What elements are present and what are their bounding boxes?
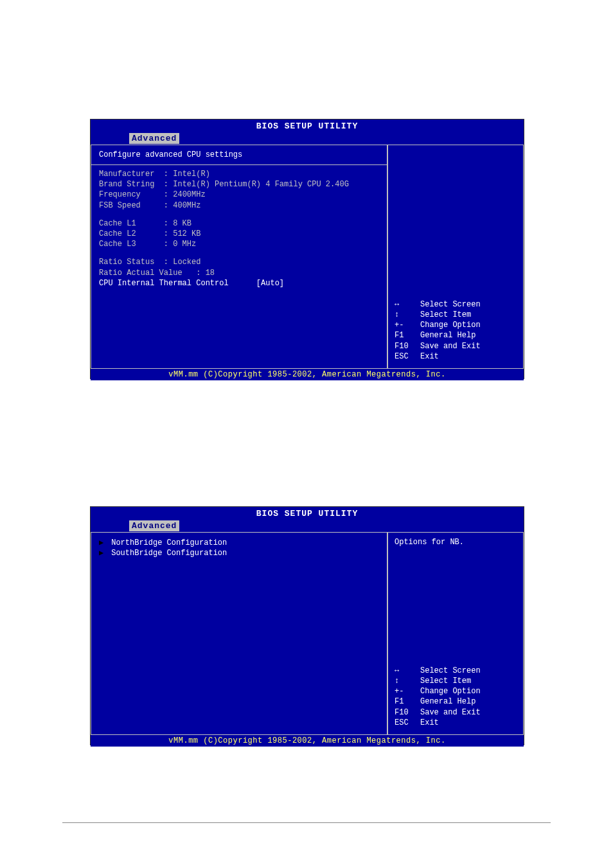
bios-window-2: BIOS SETUP UTILITY Advanced ▶ NorthBridg… bbox=[90, 506, 524, 745]
help-select-screen: ↔Select Screen bbox=[395, 299, 481, 310]
footer: vMM.mm (C)Copyright 1985-2002, American … bbox=[91, 735, 524, 747]
section-header: Configure advanced CPU settings bbox=[99, 150, 379, 159]
help-text: Select Screen bbox=[420, 300, 481, 309]
value: Locked bbox=[173, 258, 200, 267]
spacer bbox=[99, 249, 379, 257]
help-save-exit: F10Save and Exit bbox=[395, 341, 481, 351]
label: Brand String bbox=[99, 180, 154, 189]
divider bbox=[91, 164, 387, 165]
arrow-icon: ▶ bbox=[99, 538, 107, 548]
help-text: Save and Exit bbox=[420, 708, 481, 717]
help-select-item: ↕Select Item bbox=[395, 676, 481, 686]
key-icon: F10 bbox=[395, 707, 420, 718]
value: Intel(R) Pentium(R) 4 Family CPU 2.40G bbox=[173, 180, 349, 189]
key-icon: +- bbox=[395, 686, 420, 696]
help-text: General Help bbox=[420, 331, 475, 340]
row-ratio-actual: Ratio Actual Value : 18 bbox=[99, 268, 379, 278]
right-panel: Options for NB. ↔Select Screen ↕Select I… bbox=[387, 532, 524, 735]
value: 400MHz bbox=[173, 201, 200, 210]
key-icon: +- bbox=[395, 320, 420, 330]
key-icon: ↕ bbox=[395, 310, 420, 320]
title-bar: BIOS SETUP UTILITY bbox=[91, 507, 524, 520]
help-select-item: ↕Select Item bbox=[395, 310, 481, 320]
label: Cache L3 bbox=[99, 240, 136, 249]
help-text: Select Item bbox=[420, 677, 471, 686]
right-info-text: Options for NB. bbox=[395, 538, 517, 547]
label: Cache L2 bbox=[99, 229, 136, 238]
help-exit: ESCExit bbox=[395, 351, 481, 362]
help-text: Exit bbox=[420, 718, 439, 727]
key-icon: ↔ bbox=[395, 666, 420, 676]
key-icon: ↔ bbox=[395, 299, 420, 310]
left-panel: Configure advanced CPU settings Manufact… bbox=[91, 145, 387, 369]
label: Ratio Actual Value bbox=[99, 269, 182, 278]
submenu-label: SouthBridge Configuration bbox=[111, 549, 227, 558]
help-text: General Help bbox=[420, 697, 475, 706]
submenu-label: NorthBridge Configuration bbox=[111, 538, 227, 547]
label: Frequency bbox=[99, 190, 141, 199]
label: FSB Speed bbox=[99, 201, 141, 210]
value: Intel(R) bbox=[173, 170, 210, 179]
value: 18 bbox=[206, 269, 215, 278]
help-text: Change Option bbox=[420, 687, 481, 696]
label: CPU Internal Thermal Control bbox=[99, 279, 229, 288]
tab-advanced[interactable]: Advanced bbox=[129, 520, 179, 531]
value: 0 MHz bbox=[173, 240, 196, 249]
body-area: Configure advanced CPU settings Manufact… bbox=[91, 145, 524, 369]
help-exit: ESCExit bbox=[395, 718, 481, 728]
help-text: Select Screen bbox=[420, 666, 481, 675]
left-panel: ▶ NorthBridge Configuration ▶ SouthBridg… bbox=[91, 532, 387, 735]
help-list: ↔Select Screen ↕Select Item +-Change Opt… bbox=[395, 299, 481, 362]
row-brand: Brand String : Intel(R) Pentium(R) 4 Fam… bbox=[99, 179, 379, 190]
submenu-southbridge[interactable]: ▶ SouthBridge Configuration bbox=[99, 548, 379, 558]
row-thermal[interactable]: CPU Internal Thermal Control [Auto] bbox=[99, 278, 379, 288]
key-icon: F1 bbox=[395, 330, 420, 341]
row-frequency: Frequency : 2400MHz bbox=[99, 190, 379, 200]
page-divider bbox=[62, 822, 551, 823]
row-manufacturer: Manufacturer : Intel(R) bbox=[99, 169, 379, 179]
spacer bbox=[99, 211, 379, 218]
help-select-screen: ↔Select Screen bbox=[395, 666, 481, 676]
label: Cache L1 bbox=[99, 219, 136, 228]
title-bar: BIOS SETUP UTILITY bbox=[91, 120, 524, 133]
submenu-northbridge[interactable]: ▶ NorthBridge Configuration bbox=[99, 538, 379, 548]
help-list: ↔Select Screen ↕Select Item +-Change Opt… bbox=[395, 666, 481, 728]
key-icon: F1 bbox=[395, 696, 420, 707]
help-general-help: F1General Help bbox=[395, 696, 481, 707]
arrow-icon: ▶ bbox=[99, 548, 107, 558]
tab-advanced[interactable]: Advanced bbox=[129, 133, 179, 144]
value: 512 KB bbox=[173, 229, 200, 238]
help-change-option: +-Change Option bbox=[395, 686, 481, 696]
row-l3: Cache L3 : 0 MHz bbox=[99, 239, 379, 249]
right-panel: ↔Select Screen ↕Select Item +-Change Opt… bbox=[387, 145, 524, 369]
value: 2400MHz bbox=[173, 190, 205, 199]
tab-row: Advanced bbox=[91, 133, 524, 145]
help-text: Save and Exit bbox=[420, 342, 481, 351]
row-l2: Cache L2 : 512 KB bbox=[99, 229, 379, 239]
help-general-help: F1General Help bbox=[395, 330, 481, 341]
row-l1: Cache L1 : 8 KB bbox=[99, 218, 379, 229]
value: 8 KB bbox=[173, 219, 191, 228]
help-text: Exit bbox=[420, 352, 439, 361]
help-change-option: +-Change Option bbox=[395, 320, 481, 330]
help-text: Change Option bbox=[420, 321, 481, 330]
help-text: Select Item bbox=[420, 310, 471, 319]
footer: vMM.mm (C)Copyright 1985-2002, American … bbox=[91, 369, 524, 380]
label: Ratio Status bbox=[99, 258, 154, 267]
bios-window-1: BIOS SETUP UTILITY Advanced Configure ad… bbox=[90, 119, 524, 379]
label: Manufacturer bbox=[99, 170, 154, 179]
tab-row: Advanced bbox=[91, 520, 524, 532]
key-icon: ESC bbox=[395, 351, 420, 362]
value: [Auto] bbox=[256, 279, 284, 288]
body-area: ▶ NorthBridge Configuration ▶ SouthBridg… bbox=[91, 532, 524, 735]
help-save-exit: F10Save and Exit bbox=[395, 707, 481, 718]
row-ratio-status: Ratio Status : Locked bbox=[99, 257, 379, 267]
key-icon: ESC bbox=[395, 718, 420, 728]
key-icon: ↕ bbox=[395, 676, 420, 686]
row-fsb: FSB Speed : 400MHz bbox=[99, 200, 379, 211]
key-icon: F10 bbox=[395, 341, 420, 351]
